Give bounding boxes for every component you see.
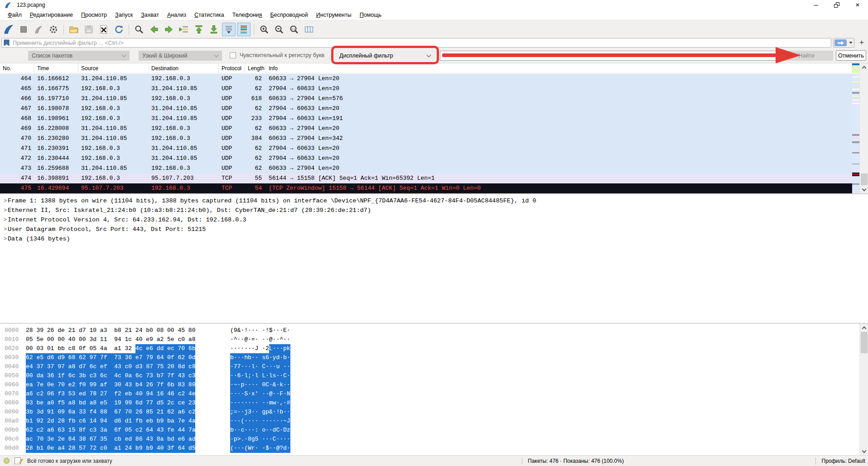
- hex-row[interactable]: 00b062 c2 a6 63 15 8f c3 3a 6f 05 c2 64 …: [0, 426, 868, 435]
- hex-scrollbar[interactable]: [859, 324, 868, 455]
- cancel-button[interactable]: Отменить: [836, 50, 866, 61]
- menu-telephony[interactable]: Телефония: [228, 10, 266, 19]
- bookmark-icon[interactable]: [4, 39, 10, 46]
- hex-row[interactable]: 0040e4 37 37 97 a8 d7 6c ef 43 c0 d3 87 …: [0, 362, 868, 371]
- stop-capture-icon[interactable]: [17, 23, 30, 36]
- packet-list-scrollbar[interactable]: [859, 63, 868, 193]
- filter-dropdown-caret-icon[interactable]: [849, 42, 853, 44]
- find-input[interactable]: [440, 51, 776, 61]
- detail-line[interactable]: >Frame 1: 1388 bytes on wire (11104 bits…: [0, 196, 868, 206]
- column-header-len[interactable]: Length: [245, 63, 266, 73]
- find-button[interactable]: Найти: [780, 51, 833, 61]
- scroll-down-icon[interactable]: [860, 186, 868, 193]
- expand-icon[interactable]: >: [0, 225, 8, 235]
- zoom-out-icon[interactable]: [272, 23, 286, 36]
- go-to-first-icon[interactable]: [192, 23, 206, 36]
- expand-icon[interactable]: >: [0, 197, 8, 206]
- expert-info-icon[interactable]: [4, 458, 10, 464]
- zoom-reset-icon[interactable]: 1:1: [287, 23, 301, 36]
- hex-row[interactable]: 001005 5e 00 00 40 00 3d 11 94 1c 40 e9 …: [0, 335, 868, 344]
- reload-file-icon[interactable]: [112, 23, 125, 36]
- hex-row[interactable]: 0060ea 7e 0e 70 e2 f0 99 af 30 43 b4 26 …: [0, 380, 868, 389]
- menu-capture[interactable]: Захват: [137, 10, 163, 19]
- restart-capture-icon[interactable]: [32, 23, 45, 36]
- open-file-icon[interactable]: [67, 23, 81, 36]
- hex-row[interactable]: 0070a6 c2 06 f3 53 ed 78 27 f2 eb 40 94 …: [0, 389, 868, 399]
- find-packet-icon[interactable]: [132, 23, 146, 36]
- menu-statistics[interactable]: Статистика: [190, 10, 228, 19]
- column-header-time[interactable]: Time: [34, 63, 78, 73]
- search-width-dropdown[interactable]: Узкий & Широкий: [139, 51, 222, 61]
- menu-wireless[interactable]: Беспроводной: [266, 10, 312, 19]
- packet-row[interactable]: 47016.23028031.204.110.85192.168.0.3UDP3…: [0, 134, 852, 144]
- hex-row[interactable]: 008003 be a0 f5 a8 bd a8 e5 19 99 6d 77 …: [0, 399, 868, 408]
- hex-row[interactable]: 002000 03 01 bb c8 0f 05 4a a1 32 4c e6 …: [0, 344, 868, 353]
- go-back-icon[interactable]: [147, 23, 161, 36]
- resize-columns-icon[interactable]: [302, 23, 316, 36]
- colorize-packets-icon[interactable]: [237, 23, 251, 36]
- packet-row[interactable]: 46616.19771031.204.110.85192.168.0.3UDP6…: [0, 94, 852, 104]
- packet-row[interactable]: 47316.25968831.204.110.85192.168.0.3UDP6…: [0, 163, 852, 173]
- zoom-in-icon[interactable]: [257, 23, 271, 36]
- column-header-no[interactable]: No.: [0, 63, 34, 73]
- packet-row[interactable]: 46816.198961192.168.0.331.204.110.85UDP2…: [0, 114, 852, 124]
- menu-edit[interactable]: Редактирование: [26, 10, 77, 19]
- packet-row[interactable]: 46716.198078192.168.0.331.204.110.85UDP6…: [0, 104, 852, 114]
- hex-row[interactable]: 003062 e5 d6 d9 68 62 97 7f 73 36 e7 79 …: [0, 353, 868, 362]
- scroll-down-icon[interactable]: [860, 447, 868, 455]
- menu-help[interactable]: Помощь: [356, 10, 386, 19]
- auto-scroll-icon[interactable]: [222, 23, 236, 36]
- go-forward-icon[interactable]: [162, 23, 176, 36]
- hex-row[interactable]: 005000 da 36 1f 6c 3b c3 6c 4c 0a 6c 73 …: [0, 371, 868, 380]
- packet-row[interactable]: 47216.230444192.168.0.331.204.110.85UDP6…: [0, 154, 852, 163]
- detail-line[interactable]: >User Datagram Protocol, Src Port: 443, …: [0, 225, 868, 234]
- add-filter-button[interactable]: [858, 38, 866, 47]
- close-file-icon[interactable]: [97, 23, 111, 36]
- minimize-button[interactable]: [805, 0, 826, 10]
- scroll-up-icon[interactable]: [860, 63, 868, 71]
- capture-options-icon[interactable]: [47, 23, 60, 36]
- profile-text[interactable]: Профиль: Default: [822, 458, 866, 464]
- packet-row[interactable]: 47516.42969495.107.7.203192.168.0.3TCP54…: [0, 183, 852, 193]
- menu-view[interactable]: Просмотр: [77, 10, 111, 19]
- packet-row[interactable]: 47416.398891192.168.0.395.107.7.203TCP55…: [0, 173, 852, 183]
- column-header-info[interactable]: Info: [266, 63, 852, 73]
- start-capture-icon[interactable]: [2, 23, 15, 36]
- hex-row[interactable]: 000028 39 26 de 21 d7 10 a3 b8 21 24 b0 …: [0, 326, 868, 335]
- hex-row[interactable]: 00a0b1 92 2d 28 fb c6 14 94 d6 d1 fb eb …: [0, 417, 868, 426]
- packet-row[interactable]: 46916.22800831.204.110.85192.168.0.3UDP6…: [0, 124, 852, 134]
- hex-row[interactable]: 00c0ac 70 3e 2e 84 38 67 35 cb ed 86 43 …: [0, 435, 868, 444]
- scroll-up-icon[interactable]: [860, 324, 868, 331]
- apply-filter-arrow-icon[interactable]: [834, 39, 847, 46]
- go-to-last-icon[interactable]: [207, 23, 221, 36]
- menu-go[interactable]: Запуск: [111, 10, 137, 19]
- detail-line[interactable]: >Data (1346 bytes): [0, 234, 868, 244]
- save-file-icon[interactable]: [82, 23, 96, 36]
- menu-tools[interactable]: Инструменты: [312, 10, 356, 19]
- search-scope-dropdown[interactable]: Список пакетов: [28, 51, 130, 61]
- close-button[interactable]: [847, 0, 868, 10]
- column-header-src[interactable]: Source: [78, 63, 149, 73]
- go-to-packet-icon[interactable]: [177, 23, 191, 36]
- column-header-proto[interactable]: Protocol: [219, 63, 245, 73]
- restore-button[interactable]: [826, 0, 847, 10]
- case-sensitive-checkbox[interactable]: [230, 52, 236, 58]
- detail-line[interactable]: >Internet Protocol Version 4, Src: 64.23…: [0, 215, 868, 225]
- expand-icon[interactable]: >: [0, 216, 8, 225]
- scrollbar-thumb[interactable]: [861, 173, 868, 185]
- packet-minimap[interactable]: [852, 63, 859, 193]
- expand-icon[interactable]: >: [0, 206, 8, 216]
- hex-row[interactable]: 00d028 b1 0e a4 28 57 72 c0 a1 24 b9 b9 …: [0, 444, 868, 453]
- search-type-dropdown[interactable]: Дисплейный фильтр: [336, 51, 434, 61]
- detail-line[interactable]: >Ethernet II, Src: Iskratel_21:24:b0 (10…: [0, 206, 868, 215]
- menu-file[interactable]: Файл: [4, 10, 26, 19]
- capture-comment-icon[interactable]: [14, 457, 21, 464]
- scrollbar-thumb[interactable]: [861, 332, 868, 353]
- menu-analyze[interactable]: Анализ: [163, 10, 190, 19]
- hex-row[interactable]: 00903b 3d 91 09 6a 33 f4 88 67 70 26 85 …: [0, 408, 868, 417]
- display-filter-input[interactable]: [13, 40, 831, 46]
- packet-row[interactable]: 47116.230391192.168.0.331.204.110.85UDP6…: [0, 144, 852, 154]
- display-filter-field[interactable]: [1, 38, 831, 48]
- apply-filter-control[interactable]: [833, 38, 854, 48]
- expand-icon[interactable]: >: [0, 235, 8, 244]
